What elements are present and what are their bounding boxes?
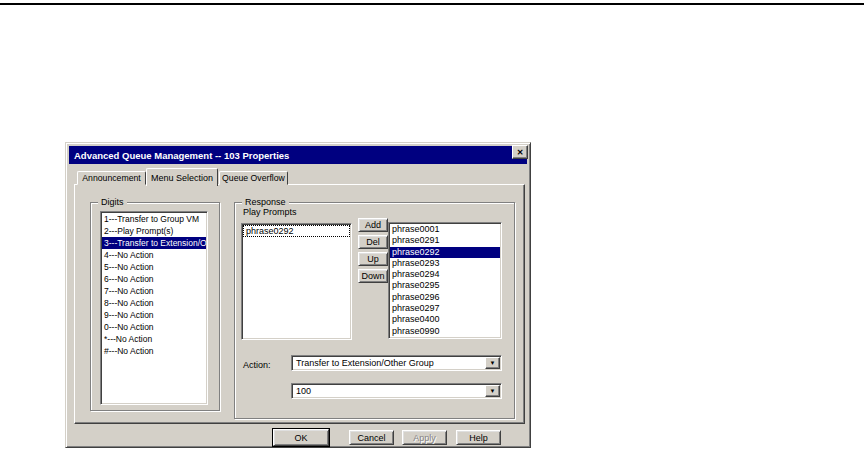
extension-combobox-value: 100: [292, 386, 485, 396]
ok-button-label: OK: [294, 433, 307, 443]
response-groupbox: Response Play Prompts phrase0292 Add Del…: [234, 202, 515, 419]
tab-announcement-label: Announcement: [82, 173, 140, 183]
help-button-label: Help: [469, 433, 488, 443]
digit-list-item[interactable]: *---No Action: [102, 333, 206, 345]
menu-selection-tab-page: Digits 1---Transfer to Group VM2---Play …: [74, 184, 525, 424]
down-button-label: Down: [361, 271, 384, 281]
close-button[interactable]: ✕: [512, 145, 528, 159]
apply-button: Apply: [402, 430, 447, 445]
tab-menu-selection[interactable]: Menu Selection: [146, 168, 218, 186]
desktop-page: Advanced Queue Management -- 103 Propert…: [0, 0, 864, 454]
available-prompt-item[interactable]: phrase0001: [390, 224, 500, 235]
add-button[interactable]: Add: [358, 218, 388, 232]
selected-prompts-listbox[interactable]: phrase0292: [241, 223, 352, 340]
digit-list-item[interactable]: 9---No Action: [102, 309, 206, 321]
del-button-label: Del: [366, 237, 380, 247]
extension-dropdown-button[interactable]: ▼: [485, 385, 500, 397]
up-button[interactable]: Up: [358, 252, 388, 266]
play-prompts-label: Play Prompts: [243, 207, 297, 217]
add-button-label: Add: [365, 220, 381, 230]
selected-prompt-item[interactable]: phrase0292: [243, 225, 350, 237]
action-combobox-value: Transfer to Extension/Other Group: [292, 358, 485, 368]
digits-group-label: Digits: [98, 197, 127, 207]
available-prompt-item[interactable]: phrase0296: [390, 292, 500, 303]
tab-queue-overflow[interactable]: Queue Overflow: [219, 171, 288, 185]
cancel-button-label: Cancel: [357, 433, 385, 443]
title-bar[interactable]: Advanced Queue Management -- 103 Propert…: [69, 146, 527, 164]
ok-button[interactable]: OK: [273, 429, 329, 446]
page-top-rule: [0, 3, 864, 5]
help-button[interactable]: Help: [456, 430, 501, 445]
digit-list-item[interactable]: 0---No Action: [102, 321, 206, 333]
available-prompt-item[interactable]: phrase0400: [390, 314, 500, 325]
available-prompt-item[interactable]: phrase0291: [390, 235, 500, 246]
digit-list-item[interactable]: 4---No Action: [102, 249, 206, 261]
digit-list-item[interactable]: 3---Transfer to Extension/O: [102, 237, 206, 249]
advanced-queue-management-dialog: Advanced Queue Management -- 103 Propert…: [65, 142, 531, 448]
close-icon: ✕: [517, 148, 524, 157]
digit-list-item[interactable]: 1---Transfer to Group VM: [102, 213, 206, 225]
digit-list-item[interactable]: #---No Action: [102, 345, 206, 357]
up-button-label: Up: [367, 254, 379, 264]
apply-button-label: Apply: [413, 433, 436, 443]
available-prompt-item[interactable]: phrase0294: [390, 269, 500, 280]
digit-list-item[interactable]: 2---Play Prompt(s): [102, 225, 206, 237]
digits-listbox[interactable]: 1---Transfer to Group VM2---Play Prompt(…: [100, 211, 208, 405]
available-prompt-item[interactable]: phrase0295: [390, 280, 500, 291]
del-button[interactable]: Del: [358, 235, 388, 249]
action-combobox[interactable]: Transfer to Extension/Other Group ▼: [291, 355, 502, 371]
tab-menu-selection-label: Menu Selection: [151, 173, 213, 183]
chevron-down-icon: ▼: [490, 388, 496, 394]
tab-queue-overflow-label: Queue Overflow: [222, 173, 285, 183]
digit-list-item[interactable]: 8---No Action: [102, 297, 206, 309]
available-prompts-listbox[interactable]: phrase0001phrase0291phrase0292phrase0293…: [388, 222, 502, 339]
digit-list-item[interactable]: 5---No Action: [102, 261, 206, 273]
down-button[interactable]: Down: [358, 269, 388, 283]
digit-list-item[interactable]: 7---No Action: [102, 285, 206, 297]
available-prompt-item[interactable]: phrase0293: [390, 258, 500, 269]
tab-announcement[interactable]: Announcement: [77, 171, 146, 185]
digit-list-item[interactable]: 6---No Action: [102, 273, 206, 285]
response-group-label: Response: [242, 197, 289, 207]
extension-combobox[interactable]: 100 ▼: [291, 383, 502, 399]
chevron-down-icon: ▼: [490, 360, 496, 366]
action-label: Action:: [243, 360, 271, 370]
digits-groupbox: Digits 1---Transfer to Group VM2---Play …: [90, 202, 220, 411]
action-dropdown-button[interactable]: ▼: [485, 357, 500, 369]
available-prompt-item[interactable]: phrase0990: [390, 326, 500, 337]
dialog-title: Advanced Queue Management -- 103 Propert…: [74, 150, 289, 161]
available-prompt-item[interactable]: phrase0292: [390, 247, 500, 258]
cancel-button[interactable]: Cancel: [349, 430, 394, 445]
available-prompt-item[interactable]: phrase0297: [390, 303, 500, 314]
